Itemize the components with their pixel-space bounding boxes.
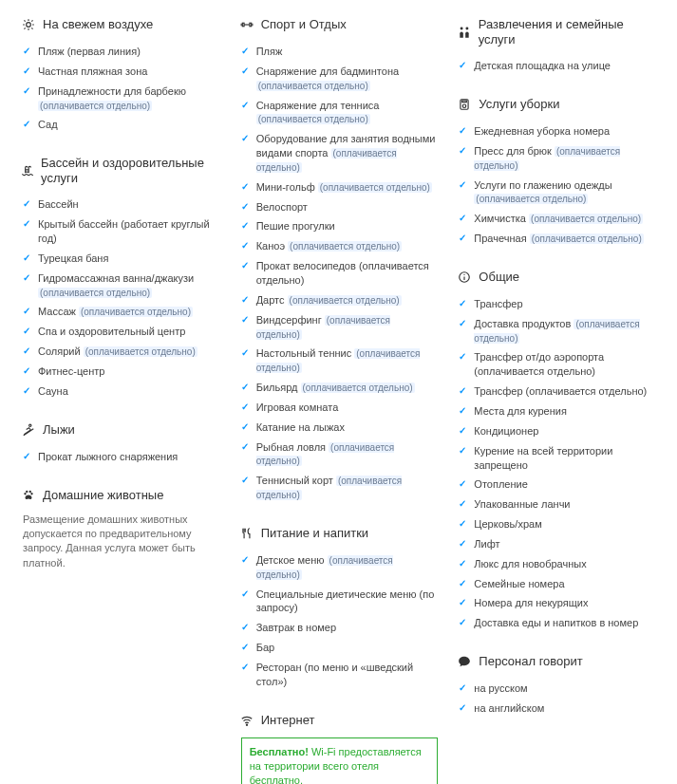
list-item: Фитнес-центр — [21, 362, 220, 382]
item-text: Люкс для новобрачных — [474, 558, 586, 569]
section-title: Питание и напитки — [261, 526, 368, 541]
list-item: Спа и оздоровительный центр — [21, 322, 220, 342]
list-item: Пляж — [239, 42, 439, 62]
item-text: Курение на всей территории запрещено — [474, 445, 612, 471]
column: На свежем воздухеПляж (первая линия)Част… — [11, 17, 230, 784]
item-text: Сауна — [38, 385, 68, 397]
svg-point-0 — [27, 23, 31, 28]
item-text: Прокат велосипедов (оплачивается отдельн… — [256, 260, 429, 286]
svg-line-4 — [31, 28, 32, 28]
list-item: Снаряжение для бадминтона (оплачивается … — [239, 62, 439, 96]
list-item: Массаж (оплачивается отдельно) — [21, 302, 220, 322]
svg-point-15 — [29, 490, 31, 492]
section-title: Персонал говорит — [479, 654, 582, 669]
section-header: Домашние животные — [21, 488, 220, 503]
section-title: Развлечения и семейные услуги — [479, 17, 656, 47]
list-item: Лифт — [457, 534, 656, 554]
section-header: Спорт и Отдых — [239, 17, 439, 32]
paid-badge: (оплачивается отдельно) — [79, 307, 193, 317]
list-item: Отопление — [457, 475, 656, 495]
item-text: Услуги по глажению одежды — [474, 179, 611, 191]
item-text: Частная пляжная зона — [38, 65, 147, 77]
item-text: Дартс — [256, 294, 285, 306]
svg-point-31 — [464, 274, 465, 275]
list-item: Виндсерфинг (оплачивается отдельно) — [239, 310, 439, 345]
svg-point-27 — [463, 104, 467, 108]
list-item: Мини-гольф (оплачивается отдельно) — [239, 177, 439, 197]
list-item: Сад — [21, 115, 220, 135]
section-sport: Спорт и ОтдыхПляжСнаряжение для бадминто… — [239, 17, 439, 505]
item-text: Бар — [256, 642, 274, 653]
item-text: Виндсерфинг — [256, 314, 322, 326]
list-item: Гидромассажная ванна/джакузи (оплачивает… — [21, 269, 220, 303]
item-text: Упакованные ланчи — [474, 498, 570, 510]
sun-icon — [21, 17, 36, 32]
list-item: Пешие прогулки — [239, 216, 439, 236]
item-text: Специальные диетические меню (по запросу… — [256, 588, 435, 614]
list-item: Настольный теннис (оплачивается отдельно… — [239, 344, 439, 378]
free-box: Бесплатно! Wi-Fi предоставляется на терр… — [241, 737, 439, 784]
section-title: Услуги уборки — [479, 97, 559, 112]
paid-badge: (оплачивается отдельно) — [529, 214, 643, 224]
section-internet: ИнтернетБесплатно! Wi-Fi предоставляется… — [239, 713, 439, 784]
list-item: Игровая комната — [239, 398, 439, 418]
list-item: Завтрак в номер — [239, 618, 439, 638]
item-text: Пресс для брюк — [474, 145, 552, 157]
list-item: на английском — [457, 699, 656, 719]
section-ski: ЛыжиПрокат лыжного снаряжения — [21, 422, 220, 467]
item-text: Пляж — [256, 46, 283, 57]
info-icon — [457, 270, 472, 285]
list-item: Турецкая баня — [21, 249, 220, 269]
svg-line-7 — [24, 28, 25, 28]
item-list: ПляжСнаряжение для бадминтона (оплачивае… — [239, 42, 439, 505]
item-text: Гидромассажная ванна/джакузи — [38, 272, 194, 284]
item-text: Прокат лыжного снаряжения — [38, 451, 178, 462]
paid-badge: (оплачивается отдельно) — [288, 241, 402, 252]
item-text: Завтрак в номер — [256, 622, 336, 633]
list-item: Ежедневная уборка номера — [457, 121, 656, 141]
paid-badge: (оплачивается отдельно) — [84, 346, 197, 357]
item-text: Трансфер (оплачивается отдельно) — [474, 385, 647, 397]
list-item: Бильярд (оплачивается отдельно) — [239, 378, 439, 398]
list-item: Трансфер (оплачивается отдельно) — [457, 382, 656, 401]
svg-point-13 — [30, 493, 32, 495]
free-label: Бесплатно! — [250, 746, 309, 757]
svg-rect-16 — [242, 23, 244, 27]
item-text: Велоспорт — [256, 201, 308, 213]
item-text: Каноэ — [256, 240, 285, 252]
section-food: Питание и напиткиДетское меню (оплачивае… — [239, 526, 439, 692]
list-item: Семейные номера — [457, 574, 656, 594]
item-text: на русском — [474, 682, 527, 694]
list-item: Доставка продуктов (оплачивается отдельн… — [457, 314, 656, 348]
svg-point-14 — [26, 490, 28, 492]
item-text: Теннисный корт — [256, 475, 333, 486]
list-item: Детская площадка на улице — [457, 56, 656, 76]
item-text: Пляж (первая линия) — [38, 46, 141, 57]
list-item: Доставка еды и напитков в номер — [457, 613, 656, 633]
item-text: Массаж — [38, 306, 76, 317]
item-text: Номера для некурящих — [474, 597, 588, 608]
item-text: Церковь/храм — [474, 518, 541, 530]
section-description: Размещение домашних животных допускается… — [21, 513, 220, 571]
svg-rect-28 — [462, 101, 467, 103]
svg-rect-17 — [250, 23, 252, 27]
section-header: Общие — [457, 270, 656, 285]
section-general: ОбщиеТрансферДоставка продуктов (оплачив… — [457, 270, 656, 633]
paid-badge: (оплачивается отдельно) — [530, 233, 644, 244]
list-item: Прокат лыжного снаряжения — [21, 447, 220, 467]
item-text: Турецкая баня — [38, 252, 108, 264]
list-item: Крытый бассейн (работает круглый год) — [21, 215, 220, 249]
item-text: Снаряжение для тенниса — [256, 100, 380, 111]
section-header: Развлечения и семейные услуги — [457, 17, 656, 47]
item-text: Прачечная — [474, 233, 526, 244]
section-outdoor: На свежем воздухеПляж (первая линия)Част… — [21, 17, 220, 135]
item-text: Сад — [38, 119, 58, 130]
item-text: Химчистка — [474, 213, 526, 224]
svg-point-21 — [246, 724, 247, 725]
cleaning-icon — [457, 97, 472, 112]
item-list: Прокат лыжного снаряжения — [21, 447, 220, 467]
list-item: Теннисный корт (оплачивается отдельно) — [239, 471, 439, 505]
item-text: Снаряжение для бадминтона — [256, 65, 399, 77]
item-list: БассейнКрытый бассейн (работает круглый … — [21, 195, 220, 401]
list-item: Химчистка (оплачивается отдельно) — [457, 209, 656, 229]
